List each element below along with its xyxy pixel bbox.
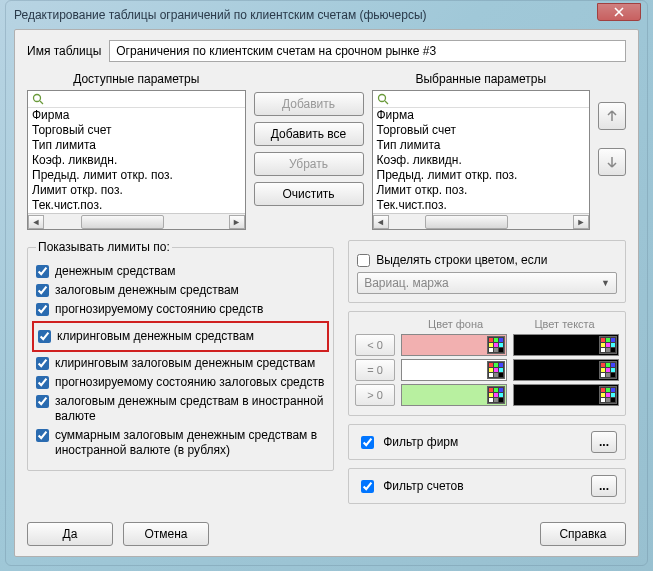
- selected-column: Выбранные параметры ФирмаТорговый счетТи…: [372, 72, 591, 230]
- selected-list[interactable]: ФирмаТорговый счетТип лимитаКоэф. ликвид…: [373, 108, 590, 213]
- bg-color-swatch[interactable]: [401, 384, 507, 406]
- highlight-dropdown[interactable]: Вариац. маржа ▼: [357, 272, 617, 294]
- available-search[interactable]: [28, 91, 245, 108]
- list-item[interactable]: Лимит откр. поз.: [28, 183, 245, 198]
- search-icon: [32, 93, 44, 105]
- color-compare-button[interactable]: < 0: [355, 334, 395, 356]
- limit-label[interactable]: залоговым денежным средствам в иностранн…: [55, 394, 325, 424]
- list-item[interactable]: Торговый счет: [373, 123, 590, 138]
- filter-accounts-button[interactable]: ...: [591, 475, 617, 497]
- limit-label[interactable]: прогнозируемому состоянию залоговых сред…: [55, 375, 325, 390]
- list-item[interactable]: Тек.чист.поз.: [28, 198, 245, 213]
- window-title: Редактирование таблицы ограничений по кл…: [14, 8, 427, 22]
- footer: Да Отмена Справка: [27, 522, 626, 546]
- list-item[interactable]: Предыд. лимит откр. поз.: [28, 168, 245, 183]
- filter-accounts-checkbox[interactable]: [361, 480, 374, 493]
- color-compare-button[interactable]: > 0: [355, 384, 395, 406]
- list-item[interactable]: Лимит откр. поз.: [373, 183, 590, 198]
- limit-checkbox[interactable]: [36, 376, 49, 389]
- reorder-buttons: [598, 72, 626, 176]
- limit-checkbox[interactable]: [38, 330, 51, 343]
- highlight-fieldset: Выделять строки цветом, если Вариац. мар…: [348, 240, 626, 303]
- list-item[interactable]: Коэф. ликвидн.: [373, 153, 590, 168]
- color-picker-icon[interactable]: [487, 336, 505, 354]
- color-group: Цвет фона Цвет текста < 0= 0> 0: [348, 311, 626, 416]
- available-column: Доступные параметры ФирмаТорговый счетТи…: [27, 72, 246, 230]
- limit-label[interactable]: залоговым денежным средствам: [55, 283, 325, 298]
- arrow-up-icon: [605, 109, 619, 123]
- selected-listbox[interactable]: ФирмаТорговый счетТип лимитаКоэф. ликвид…: [372, 90, 591, 230]
- color-picker-icon[interactable]: [599, 336, 617, 354]
- list-item[interactable]: Фирма: [373, 108, 590, 123]
- highlight-dropdown-value: Вариац. маржа: [364, 276, 449, 290]
- limit-checkbox[interactable]: [36, 265, 49, 278]
- list-item[interactable]: Тип лимита: [28, 138, 245, 153]
- filter-accounts-label: Фильтр счетов: [383, 479, 463, 493]
- filter-firms-button[interactable]: ...: [591, 431, 617, 453]
- color-picker-icon[interactable]: [487, 361, 505, 379]
- close-icon: [614, 7, 624, 17]
- add-button[interactable]: Добавить: [254, 92, 364, 116]
- selected-hscroll[interactable]: ◄ ►: [373, 213, 590, 229]
- color-compare-button[interactable]: = 0: [355, 359, 395, 381]
- ok-button[interactable]: Да: [27, 522, 113, 546]
- table-name-input[interactable]: [109, 40, 626, 62]
- arrow-down-icon: [605, 155, 619, 169]
- transfer-buttons: Добавить Добавить все Убрать Очистить: [254, 72, 364, 206]
- bg-color-swatch[interactable]: [401, 334, 507, 356]
- limit-label[interactable]: клиринговым денежным средствам: [57, 329, 323, 344]
- available-list[interactable]: ФирмаТорговый счетТип лимитаКоэф. ликвид…: [28, 108, 245, 213]
- selected-search[interactable]: [373, 91, 590, 108]
- limit-checkbox[interactable]: [36, 284, 49, 297]
- scroll-left-icon[interactable]: ◄: [28, 215, 44, 229]
- titlebar: Редактирование таблицы ограничений по кл…: [6, 1, 647, 29]
- color-picker-icon[interactable]: [599, 386, 617, 404]
- limit-checkbox[interactable]: [36, 357, 49, 370]
- fg-color-swatch[interactable]: [513, 384, 619, 406]
- filter-firms-checkbox[interactable]: [361, 436, 374, 449]
- limit-label[interactable]: прогнозируемому состоянию средств: [55, 302, 325, 317]
- available-listbox[interactable]: ФирмаТорговый счетТип лимитаКоэф. ликвид…: [27, 90, 246, 230]
- clear-button[interactable]: Очистить: [254, 182, 364, 206]
- list-item[interactable]: Тек.чист.поз.: [373, 198, 590, 213]
- list-item[interactable]: Предыд. лимит откр. поз.: [373, 168, 590, 183]
- bg-color-swatch[interactable]: [401, 359, 507, 381]
- scroll-left-icon[interactable]: ◄: [373, 215, 389, 229]
- highlight-checkbox[interactable]: [357, 254, 370, 267]
- color-picker-icon[interactable]: [487, 386, 505, 404]
- table-name-label: Имя таблицы: [27, 44, 101, 58]
- help-button[interactable]: Справка: [540, 522, 626, 546]
- close-button[interactable]: [597, 3, 641, 21]
- limit-checkbox[interactable]: [36, 303, 49, 316]
- color-row: = 0: [355, 359, 619, 381]
- filter-accounts-group: Фильтр счетов ...: [348, 468, 626, 504]
- list-item[interactable]: Коэф. ликвидн.: [28, 153, 245, 168]
- limits-section: Показывать лимиты по: денежным средствам…: [27, 240, 334, 504]
- scroll-right-icon[interactable]: ►: [229, 215, 245, 229]
- limits-fieldset: Показывать лимиты по: денежным средствам…: [27, 240, 334, 471]
- dialog-window: Редактирование таблицы ограничений по кл…: [5, 0, 648, 566]
- fg-color-swatch[interactable]: [513, 359, 619, 381]
- lower-area: Показывать лимиты по: денежным средствам…: [27, 240, 626, 504]
- highlight-label[interactable]: Выделять строки цветом, если: [376, 253, 617, 268]
- limit-label[interactable]: клиринговым залоговым денежным средствам: [55, 356, 325, 371]
- limit-checkbox[interactable]: [36, 395, 49, 408]
- available-hscroll[interactable]: ◄ ►: [28, 213, 245, 229]
- cancel-button[interactable]: Отмена: [123, 522, 209, 546]
- list-item[interactable]: Торговый счет: [28, 123, 245, 138]
- chevron-down-icon: ▼: [601, 278, 610, 288]
- add-all-button[interactable]: Добавить все: [254, 122, 364, 146]
- right-section: Выделять строки цветом, если Вариац. мар…: [348, 240, 626, 504]
- color-picker-icon[interactable]: [599, 361, 617, 379]
- fg-color-swatch[interactable]: [513, 334, 619, 356]
- scroll-right-icon[interactable]: ►: [573, 215, 589, 229]
- limit-label[interactable]: суммарным залоговым денежным средствам в…: [55, 428, 325, 458]
- remove-button[interactable]: Убрать: [254, 152, 364, 176]
- limit-label[interactable]: денежным средствам: [55, 264, 325, 279]
- list-item[interactable]: Фирма: [28, 108, 245, 123]
- move-down-button[interactable]: [598, 148, 626, 176]
- limit-checkbox[interactable]: [36, 429, 49, 442]
- available-header: Доступные параметры: [27, 72, 246, 86]
- list-item[interactable]: Тип лимита: [373, 138, 590, 153]
- move-up-button[interactable]: [598, 102, 626, 130]
